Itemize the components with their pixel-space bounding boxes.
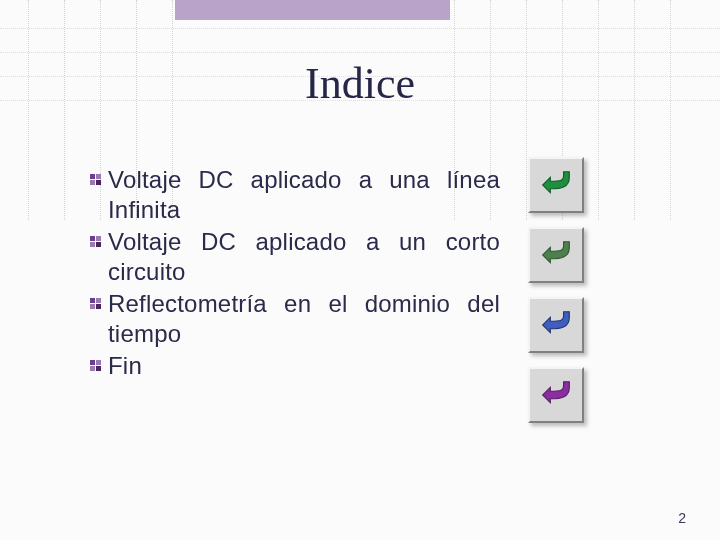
top-accent-bar <box>175 0 450 20</box>
u-turn-icon <box>537 376 575 414</box>
u-turn-icon <box>537 166 575 204</box>
list-item-text: Voltaje DC aplicado a un corto circuito <box>108 227 500 287</box>
list-item-text: Fin <box>108 351 142 381</box>
list-item[interactable]: Voltaje DC aplicado a un corto circuito <box>90 227 500 287</box>
page-number: 2 <box>678 510 686 526</box>
jump-button-4[interactable] <box>528 367 584 423</box>
slide-title: Indice <box>0 58 720 109</box>
bullet-icon <box>90 174 102 186</box>
list-item-text: Reflectometría en el dominio del tiempo <box>108 289 500 349</box>
u-turn-icon <box>537 236 575 274</box>
u-turn-icon <box>537 306 575 344</box>
bullet-icon <box>90 298 102 310</box>
index-list: Voltaje DC aplicado a una línea Infinita… <box>90 165 500 383</box>
bullet-icon <box>90 360 102 372</box>
list-item-text: Voltaje DC aplicado a una línea Infinita <box>108 165 500 225</box>
list-item[interactable]: Voltaje DC aplicado a una línea Infinita <box>90 165 500 225</box>
jump-button-1[interactable] <box>528 157 584 213</box>
list-item[interactable]: Reflectometría en el dominio del tiempo <box>90 289 500 349</box>
list-item[interactable]: Fin <box>90 351 500 381</box>
bullet-icon <box>90 236 102 248</box>
jump-button-3[interactable] <box>528 297 584 353</box>
action-button-column <box>528 157 590 437</box>
jump-button-2[interactable] <box>528 227 584 283</box>
